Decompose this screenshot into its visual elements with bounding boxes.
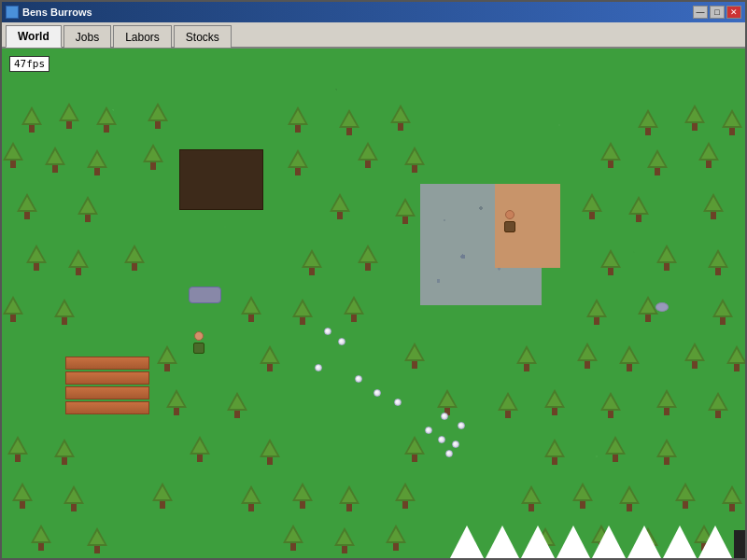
tree: [77, 196, 99, 222]
tree: [702, 193, 725, 219]
dwarf-character-2: [501, 210, 518, 231]
tree: [53, 299, 76, 325]
plank-4: [65, 401, 149, 414]
white-stone: [438, 436, 445, 443]
close-button[interactable]: ✕: [726, 6, 741, 19]
tree: [53, 439, 76, 465]
tree: [2, 296, 24, 322]
tree: [16, 193, 38, 219]
tree: [240, 296, 262, 322]
tree: [403, 436, 426, 462]
tree: [357, 142, 379, 168]
mountain: [557, 525, 590, 558]
dark-forest-area: [179, 149, 263, 210]
tab-bar: World Jobs Labors Stocks: [2, 22, 745, 49]
tree: [403, 147, 426, 173]
tree: [684, 343, 706, 369]
tab-world[interactable]: World: [6, 25, 62, 48]
tree: [721, 485, 743, 511]
tree: [520, 485, 543, 511]
game-viewport: 47fps: [2, 49, 745, 558]
mountain: [486, 525, 519, 558]
tree: [21, 106, 43, 133]
tree: [11, 483, 34, 509]
tree: [151, 483, 174, 509]
tree: [226, 392, 248, 418]
maximize-button[interactable]: □: [710, 6, 725, 19]
tree: [712, 299, 734, 325]
tree: [338, 109, 360, 135]
tree: [240, 485, 262, 511]
window-title: Bens Burrows: [22, 7, 92, 18]
tree: [357, 245, 379, 271]
dwarf-character-1: [190, 331, 207, 352]
plank-2: [65, 371, 149, 385]
tree: [497, 392, 519, 418]
tree: [259, 345, 281, 371]
tree: [25, 245, 48, 271]
tree: [655, 245, 678, 271]
dark-corner: [734, 530, 745, 558]
tree: [123, 245, 146, 271]
white-stone: [315, 364, 322, 371]
tree: [67, 249, 90, 275]
window-controls: — □ ✕: [693, 6, 741, 19]
tree: [189, 436, 211, 462]
tree: [156, 345, 178, 371]
tab-stocks[interactable]: Stocks: [174, 25, 232, 48]
tree: [655, 389, 678, 415]
tree: [684, 105, 706, 131]
tree: [618, 485, 641, 511]
white-stone: [324, 328, 331, 335]
tree: [674, 483, 697, 509]
white-stone: [338, 338, 345, 345]
main-window: Bens Burrows — □ ✕ World Jobs Labors Sto…: [0, 0, 747, 560]
tree: [389, 105, 412, 131]
mountain: [521, 525, 555, 558]
tree: [44, 147, 66, 173]
plank-1: [65, 357, 149, 370]
tree: [599, 249, 622, 275]
white-stone: [374, 389, 381, 397]
tree: [147, 103, 169, 129]
planks-area: [65, 357, 149, 422]
tab-jobs[interactable]: Jobs: [63, 25, 111, 48]
tree: [637, 109, 659, 135]
tree: [436, 389, 458, 415]
tree: [618, 345, 641, 371]
tab-labors[interactable]: Labors: [113, 25, 172, 48]
plank-3: [65, 386, 149, 399]
mountain: [627, 525, 661, 558]
tree: [165, 389, 188, 415]
tree: [543, 439, 566, 465]
tree: [259, 439, 281, 465]
rock-pile: [189, 287, 221, 303]
minimize-button[interactable]: —: [693, 6, 708, 19]
tree: [581, 193, 603, 219]
tree: [576, 343, 599, 369]
white-stone: [355, 375, 362, 383]
white-stone: [445, 450, 453, 457]
tree: [142, 144, 164, 170]
title-bar: Bens Burrows — □ ✕: [2, 2, 745, 22]
mountain: [698, 525, 732, 558]
tree: [599, 142, 622, 168]
tree: [2, 142, 24, 168]
tree: [338, 485, 360, 511]
tree: [291, 299, 314, 325]
tree: [585, 299, 608, 325]
tree: [343, 296, 365, 322]
title-bar-left: Bens Burrows: [6, 6, 92, 19]
mountain: [450, 525, 484, 558]
white-stone: [458, 422, 465, 429]
mountain: [663, 525, 697, 558]
tree: [287, 106, 309, 133]
tree: [86, 149, 108, 175]
mountain: [592, 525, 626, 558]
tree: [571, 483, 594, 509]
tree: [707, 392, 729, 418]
tree: [7, 436, 29, 462]
tree: [726, 345, 745, 371]
tree: [655, 439, 678, 465]
tree: [646, 149, 669, 175]
